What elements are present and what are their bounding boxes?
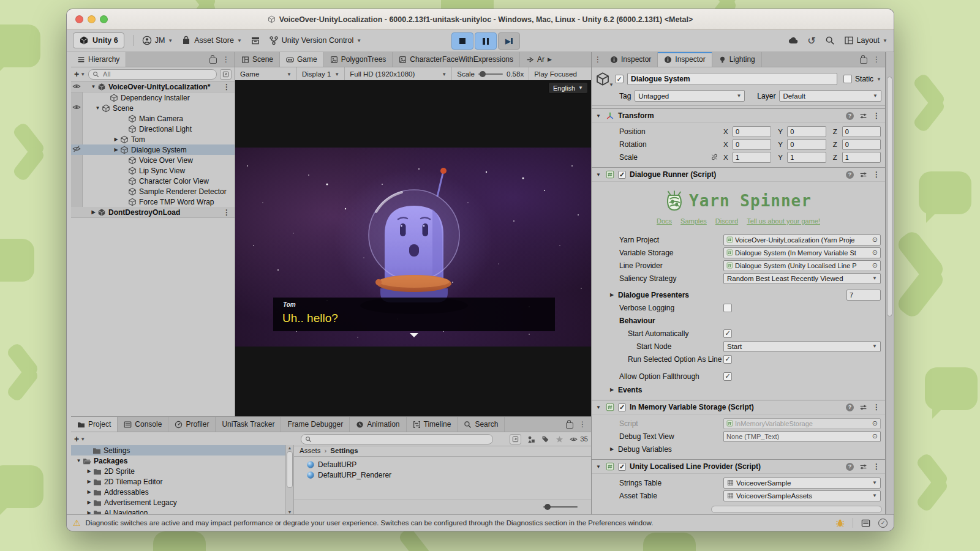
visible-items-count[interactable]: 35 [570, 435, 588, 443]
eye-icon[interactable] [72, 103, 81, 111]
tab-game[interactable]: Game [280, 52, 324, 67]
tab-scene[interactable]: Scene [235, 52, 280, 67]
tab-project[interactable]: Project [71, 417, 118, 432]
cloud-icon[interactable] [788, 36, 798, 45]
saliency-dropdown[interactable]: Random Best Least Recently Viewed ▼ [723, 273, 881, 284]
close-window-button[interactable] [75, 15, 83, 23]
static-checkbox[interactable] [843, 75, 852, 83]
filter-by-label-icon[interactable] [541, 435, 549, 443]
start-node-dropdown[interactable]: Start ▼ [723, 341, 881, 352]
allow-option-fallthrough-checkbox[interactable]: ✓ [723, 372, 732, 381]
tab-animation[interactable]: Animation [350, 417, 406, 432]
stop-button[interactable] [451, 32, 473, 50]
hierarchy-item[interactable]: Directional Light [71, 124, 235, 134]
presets-icon[interactable] [859, 403, 867, 411]
active-checkbox[interactable]: ✓ [615, 75, 624, 83]
foldout-closed-icon[interactable]: ▶ [85, 489, 93, 495]
lock-icon[interactable] [860, 58, 867, 64]
debug-text-view-field[interactable]: None (TMP_Text) ⊙ [723, 431, 881, 442]
undo-history-icon[interactable]: ↺ [807, 35, 815, 47]
run-selected-option-checkbox[interactable]: ✓ [723, 355, 732, 364]
zoom-window-button[interactable] [100, 15, 108, 23]
slider-knob[interactable] [545, 504, 551, 510]
tab-lighting[interactable]: Lighting [712, 52, 762, 67]
hierarchy-item[interactable]: ▼ Scene [71, 103, 235, 113]
add-gameobject-button[interactable]: +▼ [74, 69, 85, 79]
foldout-closed-icon[interactable]: ▶ [112, 137, 120, 142]
foldout-open-icon[interactable]: ▼ [94, 105, 102, 111]
discord-link[interactable]: Discord [715, 217, 738, 228]
eye-icon[interactable] [72, 82, 81, 91]
step-button[interactable]: ▶ [498, 32, 520, 50]
foldout-open-icon[interactable]: ▼ [89, 84, 97, 89]
help-icon[interactable]: ? [846, 112, 854, 120]
display-dropdown[interactable]: Display 1 ▼ [297, 67, 345, 81]
help-icon[interactable]: ? [846, 171, 854, 179]
search-icon[interactable] [825, 36, 835, 45]
kebab-menu-icon[interactable]: ⋮ [873, 462, 880, 471]
tab-polygontrees[interactable]: PolygonTrees [324, 52, 393, 67]
tab-console[interactable]: Console [118, 417, 168, 432]
foldout-open-icon[interactable]: ▼ [596, 464, 602, 470]
hierarchy-item[interactable]: ▶ Tom [71, 134, 235, 144]
scale-slider-knob[interactable] [480, 71, 486, 77]
dialogue-presenters-row[interactable]: ▶ Dialogue Presenters 7 [592, 288, 885, 301]
kebab-menu-icon[interactable]: ⋮ [873, 170, 880, 179]
position-x-field[interactable]: 0 [733, 126, 771, 137]
folder-packages[interactable]: ▼ Packages [71, 455, 293, 466]
kebab-menu-icon[interactable]: ⋮ [222, 55, 230, 64]
kebab-menu-icon[interactable]: ⋮ [873, 55, 880, 64]
filter-by-type-icon[interactable] [527, 435, 535, 443]
kebab-menu-icon[interactable]: ⋮ [579, 420, 586, 429]
status-message[interactable]: Diagnostic switches are active and may i… [86, 519, 654, 527]
foldout-open-icon[interactable]: ▼ [596, 172, 602, 178]
folder-2d-sprite[interactable]: ▶ 2D Sprite [71, 466, 293, 476]
verbose-logging-checkbox[interactable] [723, 304, 732, 312]
kebab-menu-icon[interactable]: ⋮ [873, 403, 880, 411]
variable-storage-field[interactable]: Dialogue System (In Memory Variable St ⊙ [723, 247, 881, 258]
presenters-count-field[interactable]: 7 [846, 290, 881, 301]
presets-icon[interactable] [859, 112, 867, 120]
project-tree-scrollbar[interactable]: ▲ ▼ [285, 445, 293, 515]
resolution-dropdown[interactable]: Full HD (1920x1080) ▼ [345, 67, 452, 81]
link-scale-icon[interactable] [710, 153, 718, 161]
tab-hierarchy[interactable]: Hierarchy [71, 52, 126, 67]
hierarchy-item[interactable]: Voice Over View [71, 155, 235, 165]
package-manager-button[interactable] [251, 36, 260, 45]
presets-icon[interactable] [859, 171, 867, 179]
asset-store-dropdown[interactable]: Asset Store▼ [181, 36, 242, 45]
project-search[interactable] [301, 434, 493, 444]
line-provider-header[interactable]: ▼ ✓ Unity Localised Line Provider (Scrip… [592, 459, 885, 474]
rotation-x-field[interactable]: 0 [733, 139, 771, 150]
scroll-up-icon[interactable]: ▲ [288, 446, 292, 450]
presets-icon[interactable] [859, 463, 867, 471]
hierarchy-item[interactable]: Sample Renderer Detector [71, 186, 235, 197]
project-search-input[interactable] [314, 435, 489, 443]
foldout-closed-icon[interactable]: ▶ [112, 147, 120, 152]
scrollbar-thumb[interactable] [887, 77, 892, 317]
dialogue-runner-header[interactable]: ▼ ✓ Dialogue Runner (Script) ? ⋮ [592, 167, 885, 182]
folder-addressables[interactable]: ▶ Addressables [71, 487, 293, 497]
play-focused-dropdown[interactable]: Play Focused [529, 67, 582, 81]
inspector-scrollbar[interactable] [886, 52, 893, 515]
help-icon[interactable]: ? [846, 403, 854, 411]
minimize-window-button[interactable] [88, 15, 96, 23]
tab-inspector-1[interactable]: Inspector [604, 52, 658, 67]
foldout-open-icon[interactable]: ▼ [75, 458, 83, 463]
tab-profiler[interactable]: Profiler [168, 417, 216, 432]
docs-link[interactable]: Docs [657, 217, 672, 228]
foldout-closed-icon[interactable]: ▶ [610, 387, 618, 392]
game-view-dropdown[interactable]: Game ▼ [235, 67, 297, 81]
layer-dropdown[interactable]: Default ▼ [779, 90, 881, 102]
hierarchy-item[interactable]: Character Color View [71, 176, 235, 186]
hierarchy-item[interactable]: Lip Sync View [71, 165, 235, 176]
debugger-bug-icon[interactable] [835, 519, 845, 528]
create-asset-button[interactable]: +▼ [74, 434, 85, 444]
layout-dropdown[interactable]: Layout▼ [844, 36, 888, 45]
kebab-menu-icon[interactable]: ⋮ [592, 52, 604, 67]
inspector-horizontal-scrollbar[interactable] [711, 506, 882, 513]
kebab-menu-icon[interactable]: ⋮ [223, 208, 235, 217]
hierarchy-item[interactable]: Force TMP Word Wrap [71, 197, 235, 207]
foldout-closed-icon[interactable]: ▶ [610, 292, 618, 298]
position-y-field[interactable]: 0 [787, 126, 826, 137]
